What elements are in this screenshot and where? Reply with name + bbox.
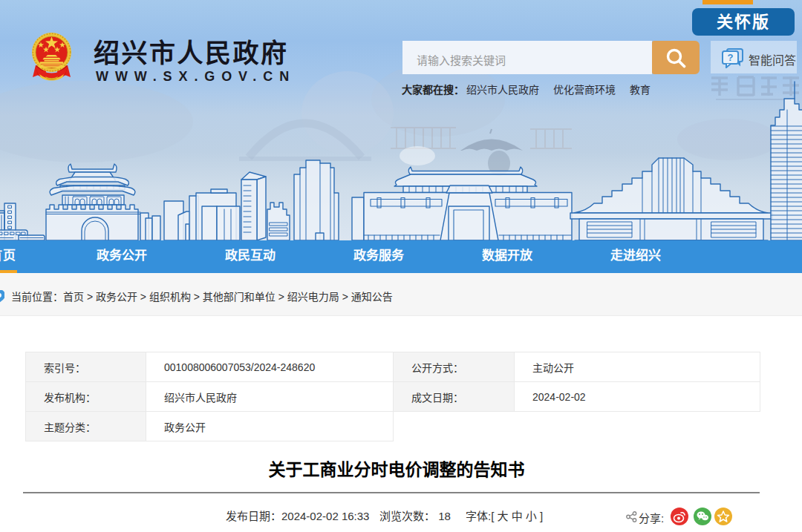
- svg-text:?: ?: [728, 52, 734, 63]
